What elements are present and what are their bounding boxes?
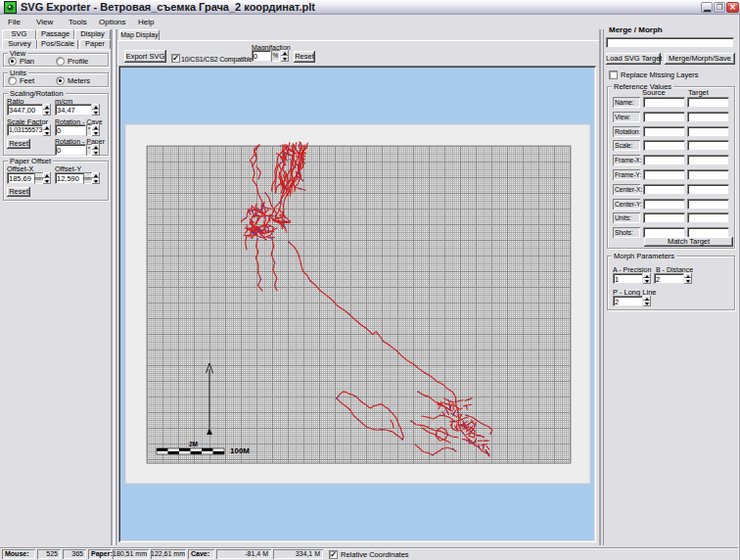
svg-text:100M: 100M [230, 446, 250, 455]
svg-text:2M: 2M [189, 441, 198, 447]
